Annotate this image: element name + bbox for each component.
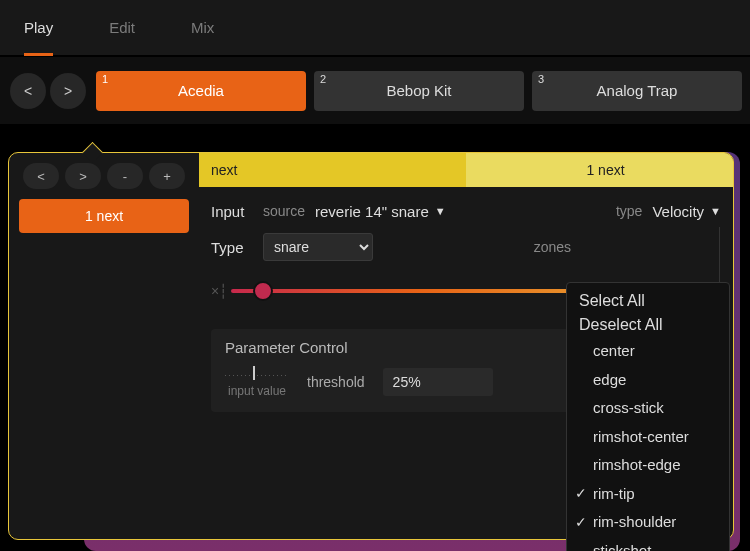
- zones-item[interactable]: cross-stick: [567, 394, 729, 423]
- rule-remove-button[interactable]: -: [107, 163, 143, 189]
- zones-dropdown: Select All Deselect All centeredgecross-…: [566, 282, 730, 551]
- range-thumb[interactable]: [253, 281, 273, 301]
- zones-item[interactable]: ✓rim-tip: [567, 480, 729, 509]
- input-type-value: Velocity: [652, 203, 704, 220]
- rule-next-button[interactable]: >: [65, 163, 101, 189]
- preset-next-button[interactable]: >: [50, 73, 86, 109]
- preset-number: 2: [320, 73, 326, 85]
- rule-add-button[interactable]: +: [149, 163, 185, 189]
- input-label: Input: [211, 203, 253, 220]
- zones-item[interactable]: rimshot-center: [567, 423, 729, 452]
- rule-tab-secondary[interactable]: 1 next: [466, 153, 733, 187]
- tab-edit[interactable]: Edit: [109, 0, 135, 56]
- preset-label: Analog Trap: [597, 82, 678, 99]
- zones-item[interactable]: edge: [567, 366, 729, 395]
- rule-tab-strip: next 1 next: [199, 153, 733, 187]
- zones-item[interactable]: ✓rim-shoulder: [567, 508, 729, 537]
- source-value: reverie 14" snare: [315, 203, 429, 220]
- zones-item-label: center: [593, 340, 635, 363]
- chevron-down-icon: ▼: [435, 205, 446, 217]
- tab-mix[interactable]: Mix: [191, 0, 214, 56]
- source-label: source: [263, 203, 305, 219]
- preset-slot[interactable]: 1Acedia: [96, 71, 306, 111]
- zones-item-label: rim-shoulder: [593, 511, 676, 534]
- check-icon: ✓: [575, 512, 587, 533]
- preset-slot[interactable]: 2Bebop Kit: [314, 71, 524, 111]
- preset-number: 3: [538, 73, 544, 85]
- input-value-indicator: input value: [225, 366, 289, 398]
- preset-label: Bebop Kit: [386, 82, 451, 99]
- input-type-dropdown[interactable]: Velocity ▼: [652, 203, 721, 220]
- chevron-down-icon: ▼: [710, 205, 721, 217]
- type-row-label: Type: [211, 239, 253, 256]
- zones-item-label: rimshot-center: [593, 426, 689, 449]
- threshold-input[interactable]: [383, 368, 493, 396]
- preset-prev-button[interactable]: <: [10, 73, 46, 109]
- preset-slot[interactable]: 3Analog Trap: [532, 71, 742, 111]
- zones-item-label: stickshot: [593, 540, 651, 552]
- top-tabs: Play Edit Mix: [0, 0, 750, 56]
- preset-nav: < >: [10, 73, 86, 109]
- check-icon: ✓: [575, 483, 587, 504]
- rule-prev-button[interactable]: <: [23, 163, 59, 189]
- zones-item-label: rimshot-edge: [593, 454, 681, 477]
- tab-play[interactable]: Play: [24, 0, 53, 56]
- layer-button[interactable]: 1 next: [19, 199, 189, 233]
- zones-label: zones: [534, 239, 571, 255]
- zones-item[interactable]: center: [567, 337, 729, 366]
- zones-item-label: edge: [593, 369, 626, 392]
- zones-item[interactable]: stickshot: [567, 537, 729, 552]
- zones-item-label: rim-tip: [593, 483, 635, 506]
- preset-label: Acedia: [178, 82, 224, 99]
- input-value-label: input value: [228, 384, 286, 398]
- range-start-icon: ×┆: [211, 283, 227, 299]
- preset-number: 1: [102, 73, 108, 85]
- zones-item[interactable]: rimshot-edge: [567, 451, 729, 480]
- type-label: type: [616, 203, 642, 219]
- source-dropdown[interactable]: reverie 14" snare ▼: [315, 203, 446, 220]
- zones-select-all[interactable]: Select All: [567, 289, 729, 313]
- type-select[interactable]: snare: [263, 233, 373, 261]
- preset-bar: < > 1Acedia2Bebop Kit3Analog Trap: [0, 56, 750, 124]
- rule-tab-primary[interactable]: next: [199, 153, 466, 187]
- threshold-label: threshold: [307, 374, 365, 390]
- rule-panel-left: < > - + 1 next: [9, 153, 199, 539]
- zones-deselect-all[interactable]: Deselect All: [567, 313, 729, 337]
- zones-item-label: cross-stick: [593, 397, 664, 420]
